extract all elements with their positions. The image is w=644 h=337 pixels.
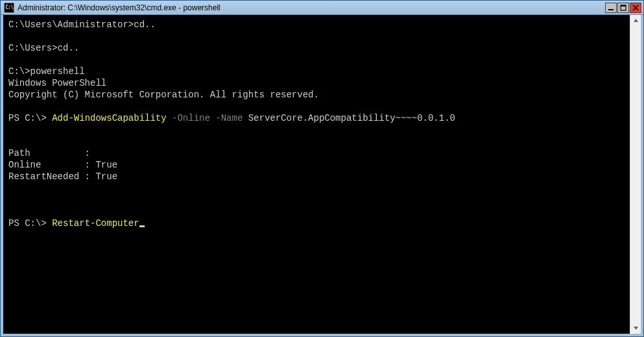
ps-command-line: PS C:\> Add-WindowsCapability -Online -N… bbox=[8, 113, 455, 123]
cmd-window: C:\ Administrator: C:\Windows\system32\c… bbox=[0, 0, 644, 337]
scroll-down-button[interactable] bbox=[630, 323, 641, 334]
app-icon: C:\ bbox=[4, 3, 14, 13]
cmdlet: Restart-Computer bbox=[52, 218, 139, 229]
close-button[interactable] bbox=[630, 3, 641, 13]
cmd-line: C:\>powershell bbox=[8, 66, 85, 77]
maximize-button[interactable] bbox=[617, 3, 629, 13]
cmd-line: C:\Users\Administrator>cd.. bbox=[8, 19, 156, 30]
param: -Name bbox=[210, 113, 243, 123]
scroll-track[interactable] bbox=[630, 26, 641, 323]
titlebar[interactable]: C:\ Administrator: C:\Windows\system32\c… bbox=[1, 1, 643, 15]
window-controls bbox=[605, 3, 641, 13]
svg-rect-0 bbox=[608, 9, 614, 10]
output-line: Path : bbox=[8, 148, 90, 158]
arg: ServerCore.AppCompatibility~~~~0.0.1.0 bbox=[243, 113, 455, 123]
minimize-button[interactable] bbox=[605, 3, 617, 13]
output-line: RestartNeeded : True bbox=[8, 171, 117, 182]
param: -Online bbox=[167, 113, 210, 123]
cmdlet: Add-WindowsCapability bbox=[52, 113, 166, 123]
window-title: Administrator: C:\Windows\system32\cmd.e… bbox=[17, 3, 605, 12]
cmd-line: C:\Users>cd.. bbox=[8, 43, 79, 53]
ps-banner: Windows PowerShell bbox=[8, 78, 106, 88]
vertical-scrollbar[interactable] bbox=[630, 15, 641, 334]
cursor bbox=[139, 225, 145, 227]
client-area: C:\Users\Administrator>cd.. C:\Users>cd.… bbox=[1, 15, 643, 336]
svg-rect-2 bbox=[621, 5, 626, 6]
ps-banner: Copyright (C) Microsoft Corporation. All… bbox=[8, 90, 319, 100]
output-line: Online : True bbox=[8, 160, 117, 170]
scroll-up-button[interactable] bbox=[630, 15, 641, 26]
ps-command-line: PS C:\> Restart-Computer bbox=[8, 218, 139, 229]
terminal-output[interactable]: C:\Users\Administrator>cd.. C:\Users>cd.… bbox=[3, 15, 630, 334]
